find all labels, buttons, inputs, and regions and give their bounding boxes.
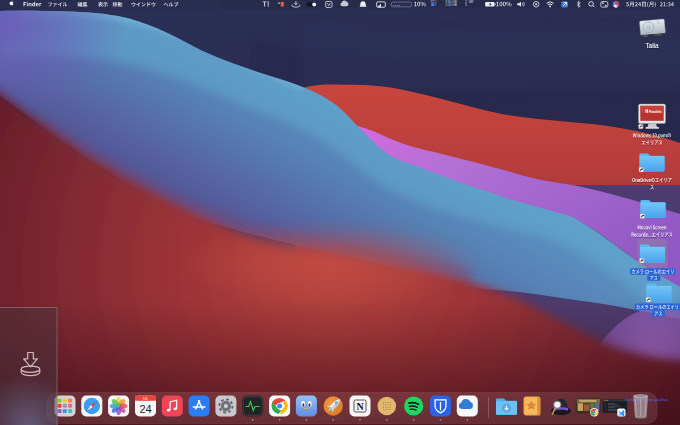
svg-text:5月: 5月 [143, 397, 148, 401]
svg-text:5.43 GB: 5.43 GB [445, 3, 456, 7]
svg-text:Talia: Talia [645, 42, 659, 49]
svg-text:5: 5 [465, 3, 467, 7]
svg-text:Parallels: Parallels [649, 110, 662, 114]
svg-text:38°: 38° [469, 0, 475, 4]
svg-text:24: 24 [139, 403, 151, 415]
svg-text:N: N [356, 401, 364, 412]
